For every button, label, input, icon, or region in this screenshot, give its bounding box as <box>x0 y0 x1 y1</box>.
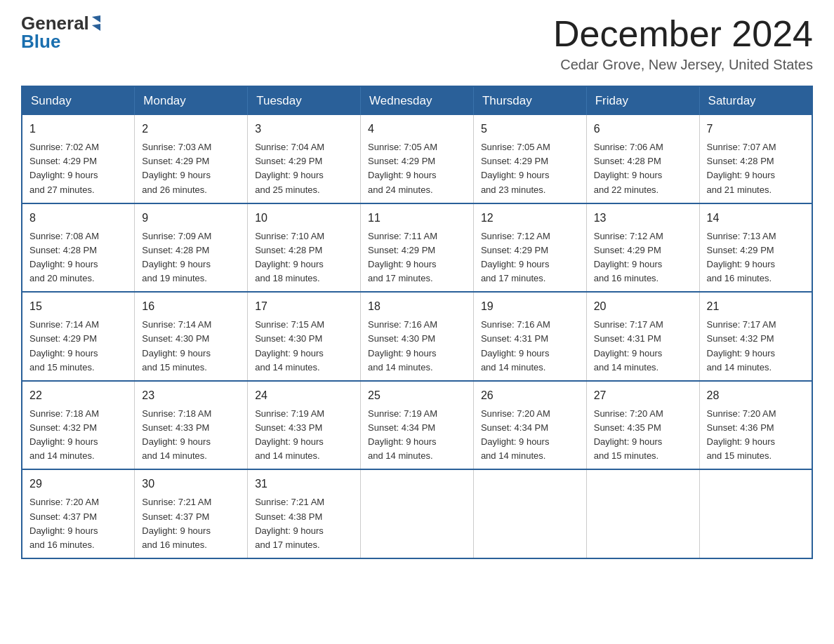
week-row-1: 1 Sunrise: 7:02 AMSunset: 4:29 PMDayligh… <box>22 115 812 203</box>
calendar-cell: 3 Sunrise: 7:04 AMSunset: 4:29 PMDayligh… <box>248 115 361 203</box>
day-info: Sunrise: 7:18 AMSunset: 4:32 PMDaylight:… <box>29 408 99 461</box>
header-sunday: Sunday <box>22 86 135 115</box>
header-thursday: Thursday <box>473 86 586 115</box>
month-title: December 2024 <box>553 14 813 54</box>
calendar-cell: 2 Sunrise: 7:03 AMSunset: 4:29 PMDayligh… <box>135 115 248 203</box>
calendar-cell: 17 Sunrise: 7:15 AMSunset: 4:30 PMDaylig… <box>248 292 361 381</box>
day-number: 22 <box>29 387 127 404</box>
calendar-cell: 20 Sunrise: 7:17 AMSunset: 4:31 PMDaylig… <box>586 292 699 381</box>
logo-chevron1 <box>92 15 100 24</box>
calendar-cell: 7 Sunrise: 7:07 AMSunset: 4:28 PMDayligh… <box>699 115 812 203</box>
day-info: Sunrise: 7:11 AMSunset: 4:29 PMDaylight:… <box>368 231 437 283</box>
calendar-cell: 5 Sunrise: 7:05 AMSunset: 4:29 PMDayligh… <box>473 115 586 203</box>
calendar-cell: 18 Sunrise: 7:16 AMSunset: 4:30 PMDaylig… <box>361 292 474 381</box>
calendar-cell: 10 Sunrise: 7:10 AMSunset: 4:28 PMDaylig… <box>248 203 361 293</box>
header-saturday: Saturday <box>699 86 812 115</box>
day-number: 19 <box>481 298 579 315</box>
calendar-cell: 11 Sunrise: 7:11 AMSunset: 4:29 PMDaylig… <box>361 203 474 293</box>
logo-chevron2 <box>92 24 100 32</box>
day-info: Sunrise: 7:17 AMSunset: 4:32 PMDaylight:… <box>707 319 776 372</box>
day-number: 3 <box>255 121 353 137</box>
day-info: Sunrise: 7:05 AMSunset: 4:29 PMDaylight:… <box>368 142 437 194</box>
title-section: December 2024 Cedar Grove, New Jersey, U… <box>553 14 813 73</box>
day-number: 4 <box>368 121 466 137</box>
day-number: 15 <box>29 298 127 315</box>
day-number: 9 <box>142 210 240 227</box>
day-info: Sunrise: 7:20 AMSunset: 4:36 PMDaylight:… <box>707 408 776 461</box>
week-row-2: 8 Sunrise: 7:08 AMSunset: 4:28 PMDayligh… <box>22 203 812 293</box>
day-number: 13 <box>594 210 692 227</box>
calendar-cell <box>699 469 812 558</box>
calendar-cell: 8 Sunrise: 7:08 AMSunset: 4:28 PMDayligh… <box>22 203 135 293</box>
calendar-cell: 22 Sunrise: 7:18 AMSunset: 4:32 PMDaylig… <box>22 381 135 470</box>
week-row-3: 15 Sunrise: 7:14 AMSunset: 4:29 PMDaylig… <box>22 292 812 381</box>
calendar-cell: 12 Sunrise: 7:12 AMSunset: 4:29 PMDaylig… <box>473 203 586 293</box>
header-wednesday: Wednesday <box>361 86 474 115</box>
day-info: Sunrise: 7:20 AMSunset: 4:35 PMDaylight:… <box>594 408 663 461</box>
day-number: 16 <box>142 298 240 315</box>
calendar-cell <box>361 469 474 558</box>
calendar-cell: 4 Sunrise: 7:05 AMSunset: 4:29 PMDayligh… <box>361 115 474 203</box>
day-info: Sunrise: 7:07 AMSunset: 4:28 PMDaylight:… <box>707 142 776 194</box>
day-number: 10 <box>255 210 353 227</box>
day-number: 11 <box>368 210 466 227</box>
calendar-cell: 14 Sunrise: 7:13 AMSunset: 4:29 PMDaylig… <box>699 203 812 293</box>
day-number: 18 <box>368 298 466 315</box>
day-number: 23 <box>142 387 240 404</box>
day-number: 21 <box>707 298 805 315</box>
day-number: 27 <box>594 387 692 404</box>
page-header: General Blue December 2024 Cedar Grove, … <box>21 14 813 73</box>
day-number: 25 <box>368 387 466 404</box>
calendar-cell: 24 Sunrise: 7:19 AMSunset: 4:33 PMDaylig… <box>248 381 361 470</box>
calendar-cell: 6 Sunrise: 7:06 AMSunset: 4:28 PMDayligh… <box>586 115 699 203</box>
day-info: Sunrise: 7:21 AMSunset: 4:38 PMDaylight:… <box>255 497 324 549</box>
day-number: 28 <box>707 387 805 404</box>
week-row-4: 22 Sunrise: 7:18 AMSunset: 4:32 PMDaylig… <box>22 381 812 470</box>
calendar-cell: 15 Sunrise: 7:14 AMSunset: 4:29 PMDaylig… <box>22 292 135 381</box>
day-info: Sunrise: 7:13 AMSunset: 4:29 PMDaylight:… <box>707 231 776 283</box>
calendar-cell: 19 Sunrise: 7:16 AMSunset: 4:31 PMDaylig… <box>473 292 586 381</box>
day-number: 26 <box>481 387 579 404</box>
day-info: Sunrise: 7:02 AMSunset: 4:29 PMDaylight:… <box>29 142 99 194</box>
header-friday: Friday <box>586 86 699 115</box>
calendar-cell <box>586 469 699 558</box>
logo: General Blue <box>21 14 100 51</box>
calendar-cell: 28 Sunrise: 7:20 AMSunset: 4:36 PMDaylig… <box>699 381 812 470</box>
day-number: 20 <box>594 298 692 315</box>
day-info: Sunrise: 7:03 AMSunset: 4:29 PMDaylight:… <box>142 142 211 194</box>
day-info: Sunrise: 7:08 AMSunset: 4:28 PMDaylight:… <box>29 231 99 283</box>
calendar-cell: 23 Sunrise: 7:18 AMSunset: 4:33 PMDaylig… <box>135 381 248 470</box>
location-title: Cedar Grove, New Jersey, United States <box>553 57 813 73</box>
calendar-cell: 13 Sunrise: 7:12 AMSunset: 4:29 PMDaylig… <box>586 203 699 293</box>
calendar-cell: 29 Sunrise: 7:20 AMSunset: 4:37 PMDaylig… <box>22 469 135 558</box>
calendar-cell: 25 Sunrise: 7:19 AMSunset: 4:34 PMDaylig… <box>361 381 474 470</box>
day-info: Sunrise: 7:12 AMSunset: 4:29 PMDaylight:… <box>481 231 550 283</box>
day-number: 6 <box>594 121 692 137</box>
day-info: Sunrise: 7:20 AMSunset: 4:37 PMDaylight:… <box>29 497 99 549</box>
day-number: 29 <box>29 476 127 492</box>
calendar-table: Sunday Monday Tuesday Wednesday Thursday… <box>21 86 813 559</box>
day-number: 24 <box>255 387 353 404</box>
calendar-cell <box>473 469 586 558</box>
week-row-5: 29 Sunrise: 7:20 AMSunset: 4:37 PMDaylig… <box>22 469 812 558</box>
calendar-cell: 1 Sunrise: 7:02 AMSunset: 4:29 PMDayligh… <box>22 115 135 203</box>
day-info: Sunrise: 7:17 AMSunset: 4:31 PMDaylight:… <box>594 319 663 372</box>
day-number: 17 <box>255 298 353 315</box>
day-info: Sunrise: 7:04 AMSunset: 4:29 PMDaylight:… <box>255 142 324 194</box>
day-number: 7 <box>707 121 805 137</box>
day-info: Sunrise: 7:14 AMSunset: 4:30 PMDaylight:… <box>142 319 211 372</box>
day-info: Sunrise: 7:05 AMSunset: 4:29 PMDaylight:… <box>481 142 550 194</box>
day-number: 1 <box>29 121 127 137</box>
day-number: 8 <box>29 210 127 227</box>
header-tuesday: Tuesday <box>248 86 361 115</box>
day-info: Sunrise: 7:09 AMSunset: 4:28 PMDaylight:… <box>142 231 211 283</box>
calendar-cell: 26 Sunrise: 7:20 AMSunset: 4:34 PMDaylig… <box>473 381 586 470</box>
calendar-cell: 21 Sunrise: 7:17 AMSunset: 4:32 PMDaylig… <box>699 292 812 381</box>
logo-blue-text: Blue <box>21 32 60 51</box>
calendar-header-row: Sunday Monday Tuesday Wednesday Thursday… <box>22 86 812 115</box>
day-number: 14 <box>707 210 805 227</box>
day-info: Sunrise: 7:12 AMSunset: 4:29 PMDaylight:… <box>594 231 663 283</box>
day-info: Sunrise: 7:19 AMSunset: 4:34 PMDaylight:… <box>368 408 437 461</box>
day-number: 2 <box>142 121 240 137</box>
calendar-cell: 27 Sunrise: 7:20 AMSunset: 4:35 PMDaylig… <box>586 381 699 470</box>
